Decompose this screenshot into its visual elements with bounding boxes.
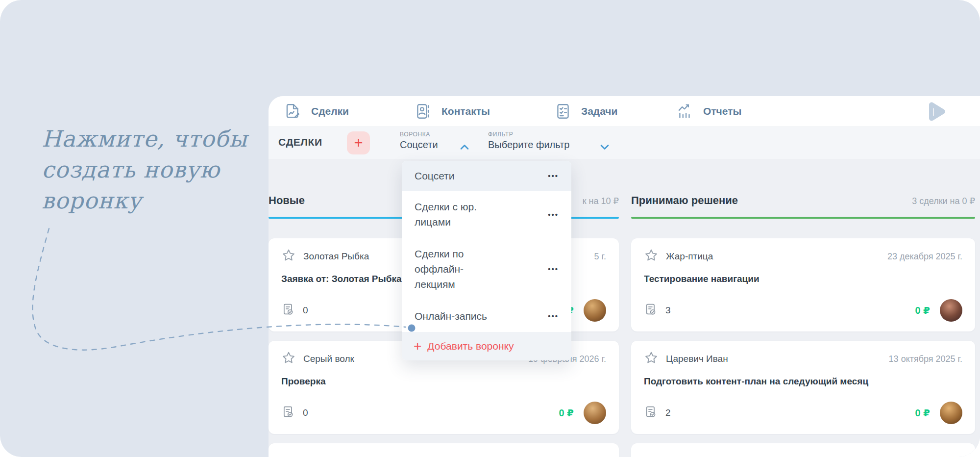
funnel-dropdown: Соцсети ••• Сделки с юр. лицами ••• Сдел… <box>402 161 571 360</box>
deal-title: Подготовить контент-план на следующий ме… <box>644 376 962 387</box>
chevron-up-icon[interactable] <box>460 144 469 152</box>
nav-reports-label: Отчеты <box>703 105 741 117</box>
add-funnel-button[interactable]: + Добавить воронку <box>402 332 571 360</box>
star-icon[interactable] <box>281 248 296 265</box>
nav-deals-label: Сделки <box>311 105 349 117</box>
column-summary: 3 сделки на 0 ₽ <box>912 196 975 206</box>
add-deal-button[interactable]: + <box>347 131 370 154</box>
nav-item-contacts[interactable]: Контакты <box>414 96 490 127</box>
contact-name: Жар-птица <box>666 251 713 262</box>
column-title: Новые <box>269 194 305 207</box>
column-deciding-header: Принимаю решение 3 сделки на 0 ₽ <box>631 194 975 207</box>
play-button[interactable] <box>922 100 948 124</box>
funnel-select-value: Соцсети <box>400 139 438 151</box>
reports-icon <box>676 102 694 121</box>
column-accent-line <box>631 217 975 219</box>
menu-dots-icon[interactable]: ••• <box>548 210 559 219</box>
top-navigation: Сделки Контакты Задачи Отчеты <box>269 96 980 127</box>
plus-icon: + <box>414 339 421 353</box>
funnel-option-yur-litsa[interactable]: Сделки с юр. лицами ••• <box>402 191 571 238</box>
annotation-line-2: создать новую <box>42 154 247 185</box>
deal-price: 0 ₽ <box>559 407 574 419</box>
menu-dots-icon[interactable]: ••• <box>548 172 559 180</box>
annotation-line-3: воронку <box>42 185 247 216</box>
avatar[interactable] <box>584 299 606 322</box>
nav-item-reports[interactable]: Отчеты <box>676 96 741 127</box>
deal-card-partial[interactable] <box>631 443 975 457</box>
deal-price: 0 ₽ <box>915 407 930 419</box>
screenshot-canvas: Нажмите, чтобы создать новую воронку Сде… <box>0 0 980 457</box>
deal-date: 13 октября 2025 г. <box>889 354 962 364</box>
filter-select[interactable]: ФИЛЬТР Выберите фильтр <box>488 131 569 151</box>
contact-name: Серый волк <box>303 354 354 364</box>
column-title: Принимаю решение <box>631 194 738 207</box>
annotation-line-1: Нажмите, чтобы <box>42 124 247 154</box>
deal-date: 5 г. <box>594 252 606 262</box>
column-deciding: Принимаю решение 3 сделки на 0 ₽ Жар-пти… <box>631 159 975 457</box>
star-icon[interactable] <box>644 351 659 367</box>
avatar[interactable] <box>940 299 962 322</box>
handwritten-annotation: Нажмите, чтобы создать новую воронку <box>42 124 247 216</box>
deal-price: 0 ₽ <box>915 305 930 316</box>
avatar[interactable] <box>940 402 962 424</box>
deal-title: Тестирование навигации <box>644 274 962 284</box>
crm-window: Сделки Контакты Задачи Отчеты СДЕЛКИ + <box>269 96 980 457</box>
task-doc-icon <box>644 303 658 318</box>
kanban-board: Новые к на 10 ₽ Золотая Рыбка 5 г. Заявк… <box>269 159 980 457</box>
nav-contacts-label: Контакты <box>441 105 490 117</box>
funnel-select[interactable]: ВОРОНКА Соцсети <box>400 131 438 151</box>
contacts-icon <box>414 102 433 121</box>
funnel-option-socseti[interactable]: Соцсети ••• <box>402 161 571 191</box>
task-count: 2 <box>665 407 671 418</box>
funnel-option-online-zapis[interactable]: Онлайн-запись ••• <box>402 300 571 332</box>
funnel-select-label: ВОРОНКА <box>400 131 438 138</box>
deals-toolbar: СДЕЛКИ + ВОРОНКА Соцсети ФИЛЬТР Выберите… <box>269 127 980 159</box>
task-doc-icon <box>281 303 295 318</box>
filter-select-label: ФИЛЬТР <box>488 131 569 138</box>
menu-dots-icon[interactable]: ••• <box>548 312 559 320</box>
filter-select-value: Выберите фильтр <box>488 139 569 151</box>
play-icon <box>922 117 948 125</box>
task-count: 0 <box>303 305 308 316</box>
nav-tasks-label: Задачи <box>581 105 617 117</box>
star-icon[interactable] <box>281 351 296 367</box>
deal-date: 23 декабря 2025 г. <box>887 252 962 262</box>
funnel-option-label: Сделки с юр. лицами <box>415 199 500 229</box>
menu-dots-icon[interactable]: ••• <box>548 265 559 273</box>
deal-card-partial[interactable] <box>269 443 619 457</box>
column-summary: к на 10 ₽ <box>583 196 619 206</box>
tasks-icon <box>554 102 572 121</box>
contact-name: Царевич Иван <box>666 354 728 364</box>
funnel-option-label: Онлайн-запись <box>415 308 487 324</box>
task-doc-icon <box>281 405 295 421</box>
deal-card-zhar-ptitsa[interactable]: Жар-птица 23 декабря 2025 г. Тестировани… <box>631 238 975 331</box>
chevron-down-icon[interactable] <box>600 144 610 152</box>
nav-item-tasks[interactable]: Задачи <box>554 96 617 127</box>
deal-title: Проверка <box>281 376 606 387</box>
task-count: 3 <box>665 305 671 316</box>
task-doc-icon <box>644 405 658 421</box>
funnel-option-label: Сделки по оффлайн-лекциям <box>415 246 500 292</box>
add-funnel-label: Добавить воронку <box>427 340 514 352</box>
contact-name: Золотая Рыбка <box>303 251 369 262</box>
task-count: 0 <box>303 407 308 418</box>
page-title: СДЕЛКИ <box>278 136 322 148</box>
funnel-option-offline-lektsii[interactable]: Сделки по оффлайн-лекциям ••• <box>402 238 571 300</box>
nav-item-deals[interactable]: Сделки <box>284 96 349 127</box>
deals-icon <box>284 102 302 121</box>
avatar[interactable] <box>584 402 606 424</box>
funnel-option-label: Соцсети <box>415 168 454 183</box>
deal-card-tsarevich-ivan[interactable]: Царевич Иван 13 октября 2025 г. Подготов… <box>631 341 975 434</box>
star-icon[interactable] <box>644 248 659 265</box>
